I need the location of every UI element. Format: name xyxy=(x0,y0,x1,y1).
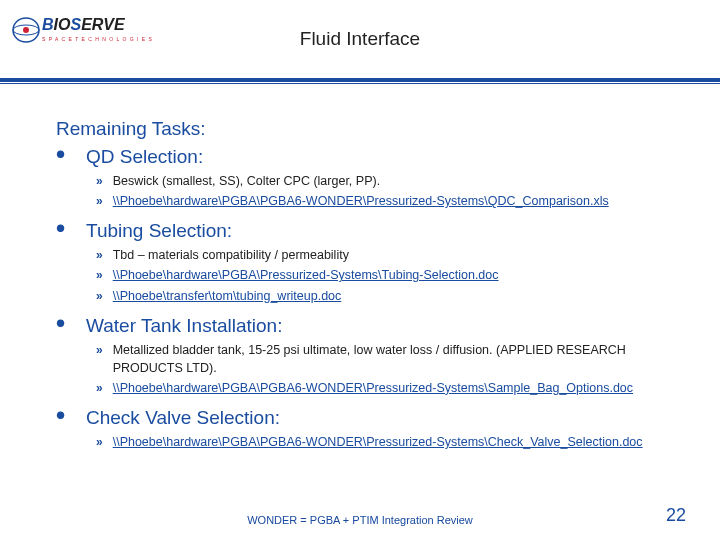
file-link[interactable]: \\Phoebe\hardware\PGBA\PGBA6-WONDER\Pres… xyxy=(113,192,609,210)
file-link[interactable]: \\Phoebe\hardware\PGBA\Pressurized-Syste… xyxy=(113,266,499,284)
bullet-icon: • xyxy=(56,316,68,332)
bullet-icon: • xyxy=(56,408,68,424)
sub-list: »Beswick (smallest, SS), Colter CPC (lar… xyxy=(56,172,664,210)
bullet-label: Water Tank Installation: xyxy=(86,315,282,337)
sub-item: »\\Phoebe\hardware\PGBA\PGBA6-WONDER\Pre… xyxy=(96,433,664,451)
sub-text: Metallized bladder tank, 15-25 psi ultim… xyxy=(113,341,664,377)
file-link[interactable]: \\Phoebe\hardware\PGBA\PGBA6-WONDER\Pres… xyxy=(113,433,643,451)
bullet-item: • QD Selection: xyxy=(56,146,664,168)
file-link[interactable]: \\Phoebe\hardware\PGBA\PGBA6-WONDER\Pres… xyxy=(113,379,633,397)
sub-text: Tbd – materials compatibility / permeabi… xyxy=(113,246,349,264)
chevron-icon: » xyxy=(96,172,103,190)
sub-item: »\\Phoebe\hardware\PGBA\PGBA6-WONDER\Pre… xyxy=(96,192,664,210)
bullet-icon: • xyxy=(56,221,68,237)
chevron-icon: » xyxy=(96,341,103,359)
page-number: 22 xyxy=(666,505,686,526)
chevron-icon: » xyxy=(96,266,103,284)
chevron-icon: » xyxy=(96,379,103,397)
bullet-item: • Tubing Selection: xyxy=(56,220,664,242)
sub-text: Beswick (smallest, SS), Colter CPC (larg… xyxy=(113,172,380,190)
sub-list: »\\Phoebe\hardware\PGBA\PGBA6-WONDER\Pre… xyxy=(56,433,664,451)
slide-footer: WONDER = PGBA + PTIM Integration Review … xyxy=(0,514,720,526)
svg-text:S P A C E  T E C H N O L O G I: S P A C E T E C H N O L O G I E S xyxy=(42,36,152,42)
slide-header: BIOSERVE S P A C E T E C H N O L O G I E… xyxy=(0,0,720,90)
bullet-label: QD Selection: xyxy=(86,146,203,168)
sub-item: »Beswick (smallest, SS), Colter CPC (lar… xyxy=(96,172,664,190)
file-link[interactable]: \\Phoebe\transfer\tom\tubing_writeup.doc xyxy=(113,287,342,305)
svg-point-2 xyxy=(23,27,29,33)
bullet-label: Check Valve Selection: xyxy=(86,407,280,429)
header-divider xyxy=(0,78,720,84)
sub-list: »Tbd – materials compatibility / permeab… xyxy=(56,246,664,304)
section-heading: Remaining Tasks: xyxy=(56,118,664,140)
sub-list: »Metallized bladder tank, 15-25 psi ulti… xyxy=(56,341,664,397)
sub-item: »\\Phoebe\hardware\PGBA\PGBA6-WONDER\Pre… xyxy=(96,379,664,397)
sub-item: »Metallized bladder tank, 15-25 psi ulti… xyxy=(96,341,664,377)
sub-item: »\\Phoebe\hardware\PGBA\Pressurized-Syst… xyxy=(96,266,664,284)
bullet-item: • Check Valve Selection: xyxy=(56,407,664,429)
footer-text: WONDER = PGBA + PTIM Integration Review xyxy=(247,514,473,526)
bullet-icon: • xyxy=(56,147,68,163)
sub-item: »Tbd – materials compatibility / permeab… xyxy=(96,246,664,264)
chevron-icon: » xyxy=(96,287,103,305)
svg-text:BIOSERVE: BIOSERVE xyxy=(42,16,126,33)
chevron-icon: » xyxy=(96,246,103,264)
chevron-icon: » xyxy=(96,192,103,210)
sub-item: »\\Phoebe\transfer\tom\tubing_writeup.do… xyxy=(96,287,664,305)
bullet-label: Tubing Selection: xyxy=(86,220,232,242)
chevron-icon: » xyxy=(96,433,103,451)
bullet-item: • Water Tank Installation: xyxy=(56,315,664,337)
logo-bioserve: BIOSERVE S P A C E T E C H N O L O G I E… xyxy=(12,8,152,52)
slide-content: Remaining Tasks: • QD Selection: »Beswic… xyxy=(0,90,720,451)
